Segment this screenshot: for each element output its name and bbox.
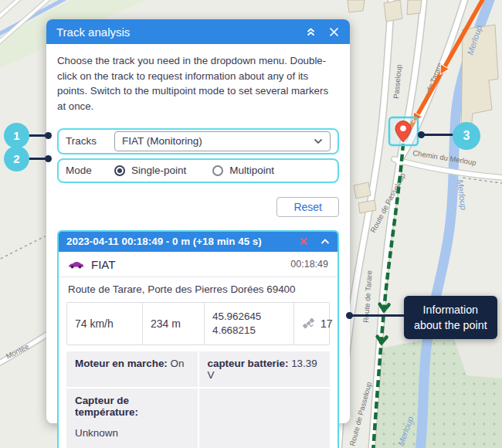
- callout-step-1: 1: [4, 123, 29, 148]
- app-screen: Passeloup de Tarare Route de Passeloup R…: [0, 0, 502, 448]
- delete-point-button[interactable]: [300, 237, 308, 246]
- satellite-icon: [302, 317, 315, 330]
- stat-distance: 234 m: [143, 303, 205, 344]
- point-time: 00:18:49: [290, 259, 328, 270]
- point-address: Route de Tarare, Porte des Pierres Dorée…: [59, 277, 337, 300]
- map-vegetation-area: [369, 329, 502, 448]
- panel-title: Track analysis: [56, 25, 293, 39]
- callout-step-3: 3: [453, 122, 480, 150]
- sensor-temperature: Capteur de température: Unknown: [66, 389, 198, 448]
- sensor-battery: capteur batterie: 13.39 V: [199, 351, 331, 387]
- callout-step-2: 2: [4, 146, 29, 171]
- close-icon: [329, 27, 339, 37]
- track-analysis-panel: Track analysis Choose the track you need…: [46, 19, 350, 423]
- tooltip-connector-line: [349, 314, 405, 317]
- sensor-battery-label: capteur batterie:: [208, 358, 289, 369]
- point-info-header: 2023-04-11 00:18:49 - 0 m (+18 min 45 s): [59, 232, 337, 252]
- tracks-dropdown-value: FIAT (Monitoring): [122, 135, 202, 147]
- sensor-empty-cell: [199, 389, 331, 448]
- stat-longitude: 4.668215: [212, 324, 286, 338]
- sensor-engine-label: Moteur en marche:: [75, 358, 168, 369]
- close-icon: [300, 237, 308, 246]
- mode-label: Mode: [66, 165, 114, 176]
- tracks-row: Tracks FIAT (Monitoring): [57, 128, 339, 154]
- callout-dot-2: [45, 155, 52, 162]
- stat-satellites: 17: [294, 303, 339, 344]
- callout-line-3: [422, 134, 456, 136]
- close-panel-button[interactable]: [327, 25, 340, 38]
- tracks-dropdown[interactable]: FIAT (Monitoring): [114, 131, 331, 151]
- car-icon: [68, 260, 84, 269]
- satellite-count: 17: [321, 317, 333, 330]
- mode-option-multipoint[interactable]: Multipoint: [212, 165, 274, 176]
- tooltip-line-1: Information: [414, 302, 487, 317]
- panel-header: Track analysis: [46, 19, 350, 44]
- stat-latitude: 45.962645: [212, 310, 286, 324]
- collapse-panel-button[interactable]: [304, 25, 317, 38]
- point-info-panel: 2023-04-11 00:18:49 - 0 m (+18 min 45 s): [57, 230, 339, 448]
- tooltip-connector-dot: [346, 312, 353, 319]
- mode-option-single-point[interactable]: Single-point: [114, 165, 186, 176]
- chevron-up-icon: [321, 239, 330, 245]
- reset-button[interactable]: Reset: [276, 197, 339, 217]
- callout-dot-1: [45, 132, 52, 139]
- chevron-double-up-icon: [306, 27, 316, 37]
- mode-option-label: Multipoint: [229, 165, 274, 176]
- point-sensors: Moteur en marche: On capteur batterie: 1…: [66, 351, 330, 448]
- sensor-temperature-value: Unknown: [75, 427, 189, 439]
- sensor-engine: Moteur en marche: On: [66, 351, 198, 387]
- stat-speed: 74 km/h: [67, 303, 143, 344]
- tooltip-line-2: about the point: [414, 317, 487, 333]
- vehicle-row: FIAT 00:18:49: [59, 252, 337, 277]
- chevron-down-icon: [314, 138, 323, 144]
- point-stats-table: 74 km/h 234 m 45.962645 4.668215: [66, 302, 330, 345]
- mode-row: Mode Single-point Multipoint: [57, 158, 339, 183]
- point-info-title: 2023-04-11 00:18:49 - 0 m (+18 min 45 s): [66, 236, 300, 247]
- reset-row: Reset: [57, 197, 339, 217]
- mode-option-label: Single-point: [131, 165, 186, 176]
- radio-unselected-icon: [212, 165, 223, 176]
- sensor-temperature-label: Capteur de température:: [75, 395, 138, 418]
- collapse-point-info-button[interactable]: [321, 239, 330, 245]
- track-point-marker[interactable]: [389, 117, 418, 145]
- callout-dot-3: [418, 131, 425, 138]
- radio-selected-icon: [114, 165, 125, 176]
- stat-coordinates: 45.962645 4.668215: [205, 303, 294, 344]
- vehicle-name: FIAT: [91, 258, 290, 271]
- tracks-label: Tracks: [66, 135, 114, 147]
- panel-body: Choose the track you need in the dropdow…: [46, 44, 350, 448]
- info-tooltip: Information about the point: [404, 296, 497, 339]
- panel-description: Choose the track you need in the dropdow…: [57, 53, 339, 114]
- sensor-engine-value: On: [171, 358, 185, 369]
